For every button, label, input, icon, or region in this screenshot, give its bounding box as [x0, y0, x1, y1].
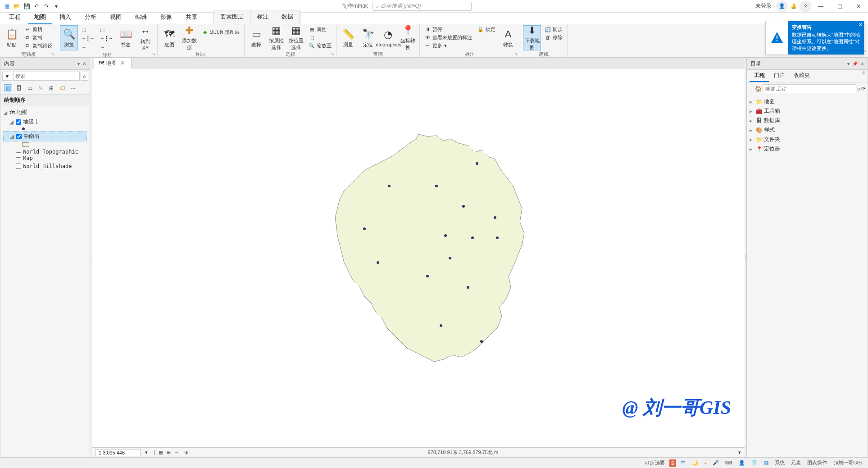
layer-checkbox-hillshade[interactable]	[16, 164, 21, 169]
catalog-tab-favorites[interactable]: 收藏夹	[789, 70, 814, 82]
redo-icon[interactable]: ↷	[42, 2, 50, 10]
snap-icon[interactable]: ▦	[159, 450, 163, 455]
zoom-to-selection-button[interactable]: 🔍缩放至	[307, 41, 333, 50]
cat-item-locators[interactable]: ▸📍定位器	[750, 144, 865, 154]
tree-layer-hunan[interactable]: ◢湖南省	[3, 131, 87, 141]
tab-project[interactable]: 工程	[3, 11, 27, 24]
prev-extent-icon[interactable]: ←	[80, 43, 96, 51]
contents-search-input[interactable]	[13, 72, 80, 81]
list-by-labeling-icon[interactable]: 🏷	[58, 84, 66, 92]
refresh-icon[interactable]: ⟳	[861, 86, 866, 92]
selection-launcher-icon[interactable]: ↘	[331, 52, 335, 56]
catalog-menu-icon[interactable]: ≡	[862, 70, 865, 82]
tab-insert[interactable]: 插入	[53, 11, 77, 24]
zoom-full-icon[interactable]: ⬚	[80, 25, 96, 33]
list-by-draworder-icon[interactable]: ▥	[4, 84, 12, 92]
map-canvas[interactable]: @ 刘一哥GIS	[92, 68, 745, 447]
remove-button[interactable]: 🗑移除	[543, 33, 564, 41]
task-element[interactable]: 元素	[789, 459, 803, 467]
save-project-icon[interactable]: 💾	[23, 2, 31, 10]
select-by-location-button[interactable]: ▦按位置选择	[287, 25, 305, 50]
cat-item-folders[interactable]: ▸📁文件夹	[750, 135, 865, 144]
cat-item-toolbox[interactable]: ▸🧰工具箱	[750, 106, 865, 116]
lock-labeling-button[interactable]: 🔒锁定	[476, 25, 497, 33]
panel-close-icon[interactable]: ✕	[82, 61, 86, 66]
tree-map-root[interactable]: ◢🗺地图	[3, 108, 87, 117]
grid-icon[interactable]: ⊞	[167, 450, 171, 455]
add-data-button[interactable]: ✚添加数据	[180, 25, 198, 50]
copy-button[interactable]: ⧉复制	[23, 33, 54, 41]
filter-icon[interactable]: ▼	[2, 72, 12, 81]
maximize-button[interactable]: ▢	[830, 0, 849, 13]
tree-layer-topo[interactable]: World Topographic Map	[3, 148, 87, 162]
sync-button[interactable]: 🔄同步	[543, 25, 564, 33]
tree-symbol-hunan[interactable]	[3, 141, 87, 148]
mic-icon[interactable]: 🎤	[711, 459, 721, 467]
tree-symbol-cities[interactable]	[3, 127, 87, 131]
tab-map[interactable]: 地图	[28, 11, 52, 24]
coord-convert-button[interactable]: 📍坐标转换	[399, 25, 417, 50]
layer-checkbox-cities[interactable]	[16, 119, 21, 125]
grid-task-icon[interactable]: ▦	[762, 459, 770, 467]
explore-button[interactable]: 🔍浏览	[60, 25, 78, 50]
qat-dropdown-icon[interactable]: ▾	[52, 2, 60, 10]
goto-xy-button[interactable]: ↔转到 XY	[136, 25, 155, 50]
zoom-layer-icon[interactable]: ⬚	[98, 25, 115, 33]
fixed-zoom-out-icon[interactable]: ←┇→	[98, 34, 115, 42]
tab-data[interactable]: 数据	[275, 10, 300, 24]
tab-view[interactable]: 视图	[104, 11, 128, 24]
catalog-search-input[interactable]	[763, 84, 856, 93]
tab-labeling[interactable]: 标注	[250, 10, 275, 24]
tab-imagery[interactable]: 影像	[154, 11, 178, 24]
login-status[interactable]: 未登录	[751, 2, 776, 10]
basemap-button[interactable]: 🗺底图	[160, 25, 178, 50]
panel-close-icon[interactable]: ✕	[860, 61, 864, 66]
list-by-snapping-icon[interactable]: ⊞	[47, 84, 55, 92]
pause-labeling-button[interactable]: ⏸暂停	[423, 25, 474, 33]
tree-layer-hillshade[interactable]: World_Hillshade	[3, 162, 87, 170]
selected-features-label[interactable]: ☑ 所选要	[643, 459, 667, 467]
keyboard-icon[interactable]: ⌨	[723, 459, 734, 467]
home-icon[interactable]: 🏠	[755, 86, 762, 92]
back-icon[interactable]: ←	[749, 86, 754, 92]
help-icon[interactable]: ?	[800, 0, 811, 12]
scale-input[interactable]: 1:3,095,446	[95, 449, 141, 456]
dot-icon[interactable]: •	[703, 459, 708, 467]
task-chart[interactable]: 图表操作	[805, 459, 829, 467]
map-tab-close-icon[interactable]: ✕	[118, 60, 127, 66]
pin-icon[interactable]: 📌	[852, 61, 858, 66]
user-task-icon[interactable]: 👤	[737, 459, 747, 467]
search-icon[interactable]: ⌕	[857, 86, 860, 92]
search-button-icon[interactable]: ⌕	[81, 72, 88, 81]
map-tab-active[interactable]: 🗺 地图 ✕	[94, 58, 132, 68]
close-button[interactable]: ✕	[849, 0, 868, 13]
add-graphics-layer-button[interactable]: ◆添加图形图层	[200, 28, 241, 36]
coords-dropdown-icon[interactable]: ▾	[738, 450, 741, 455]
layer-checkbox-topo[interactable]	[16, 152, 21, 158]
more-labeling-button[interactable]: ☰更多 ▾	[423, 41, 474, 50]
convert-labels-button[interactable]: A转换	[499, 25, 517, 50]
new-project-icon[interactable]: ▦	[3, 2, 11, 10]
cat-item-styles[interactable]: ▸🎨样式	[750, 125, 865, 135]
fixed-zoom-in-icon[interactable]: →┇←	[80, 34, 96, 42]
view-unplaced-button[interactable]: 👁查看未放置的标注	[423, 33, 474, 41]
infographics-button[interactable]: ◔Infographics	[379, 25, 397, 50]
more-toc-icon[interactable]: ⋯	[69, 84, 77, 92]
tab-analysis[interactable]: 分析	[78, 11, 103, 24]
user-icon[interactable]: 👤	[776, 0, 788, 12]
paste-button[interactable]: 📋粘贴	[3, 25, 21, 50]
layer-checkbox-hunan[interactable]	[16, 134, 22, 139]
select-button[interactable]: ▭选择	[247, 25, 265, 50]
shirt-icon[interactable]: 👕	[750, 459, 759, 467]
panel-menu-icon[interactable]: ▾	[847, 61, 850, 66]
ime-icon[interactable]: S	[669, 459, 676, 467]
list-by-selection-icon[interactable]: ▭	[26, 84, 34, 92]
tree-layer-cities[interactable]: ◢地级市	[3, 117, 87, 127]
notification-bell-icon[interactable]: 🔔	[788, 0, 800, 12]
tab-edit[interactable]: 编辑	[129, 11, 153, 24]
select-by-attributes-button[interactable]: ▦按属性选择	[267, 25, 285, 50]
nav-launcher-icon[interactable]: ↘	[152, 52, 156, 56]
bookmarks-button[interactable]: 📖书签	[117, 25, 135, 50]
ime-lang[interactable]: 中	[679, 459, 687, 467]
notification-close-icon[interactable]: ✕	[859, 22, 862, 27]
